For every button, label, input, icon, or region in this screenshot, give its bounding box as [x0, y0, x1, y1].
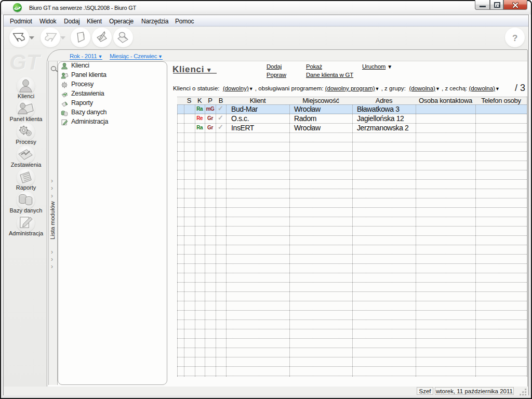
svg-text:?: ?	[512, 33, 517, 43]
svg-text:GT: GT	[15, 6, 21, 10]
